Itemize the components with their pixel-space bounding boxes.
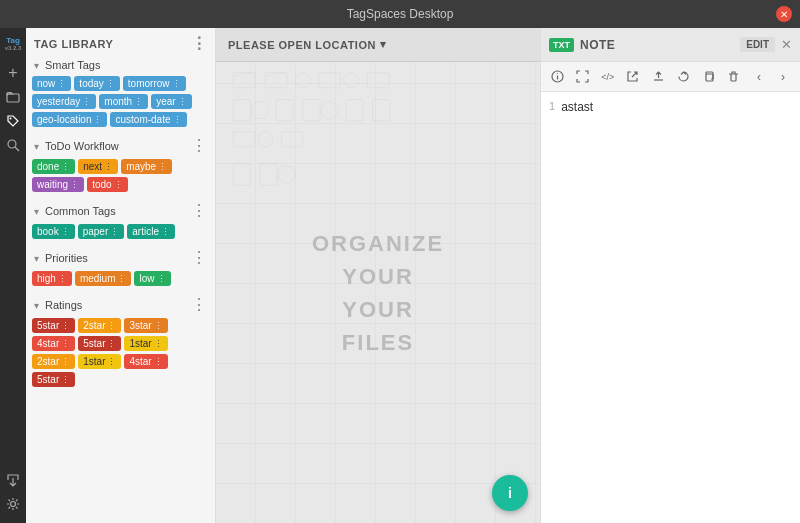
svg-rect-17 bbox=[373, 100, 390, 121]
tag-article[interactable]: article ⋮ bbox=[127, 224, 175, 239]
smart-tags-chevron: ▾ bbox=[34, 60, 39, 71]
todo-section: ▾ ToDo Workflow ⋮ done ⋮ next ⋮ maybe ⋮ … bbox=[26, 135, 215, 196]
tag-year[interactable]: year ⋮ bbox=[151, 94, 191, 109]
tag-todo[interactable]: todo ⋮ bbox=[87, 177, 127, 192]
todo-tags-container: done ⋮ next ⋮ maybe ⋮ waiting ⋮ todo ⋮ bbox=[26, 157, 215, 196]
txt-badge: TXT bbox=[549, 38, 574, 52]
fullscreen-button[interactable] bbox=[572, 66, 593, 88]
priorities-more-button[interactable]: ⋮ bbox=[191, 250, 207, 266]
settings-button[interactable] bbox=[2, 493, 24, 515]
tag-library-title: TAG LIBRARY bbox=[34, 38, 113, 50]
open-location-button[interactable]: PLEASE OPEN LOCATION ▾ bbox=[228, 38, 386, 51]
tag-next[interactable]: next ⋮ bbox=[78, 159, 118, 174]
priorities-tags-container: high ⋮ medium ⋮ low ⋮ bbox=[26, 269, 215, 290]
ratings-section: ▾ Ratings ⋮ 5star ⋮ 2star ⋮ 3star ⋮ 4sta… bbox=[26, 294, 215, 391]
tag-now[interactable]: now ⋮ bbox=[32, 76, 71, 91]
tag-waiting[interactable]: waiting ⋮ bbox=[32, 177, 84, 192]
tag-book[interactable]: book ⋮ bbox=[32, 224, 75, 239]
common-tags-more-button[interactable]: ⋮ bbox=[191, 203, 207, 219]
tag-month[interactable]: month ⋮ bbox=[99, 94, 148, 109]
copy-button[interactable] bbox=[698, 66, 719, 88]
note-panel: TXT NOTE EDIT ✕ </> bbox=[540, 28, 800, 523]
tag-library-more-button[interactable]: ⋮ bbox=[191, 36, 208, 52]
svg-point-19 bbox=[258, 132, 273, 147]
background-pattern: ORGANIZEYOURYOURFILES bbox=[216, 62, 540, 523]
smart-tags-header[interactable]: ▾ Smart Tags bbox=[26, 56, 215, 74]
reload-button[interactable] bbox=[673, 66, 694, 88]
info-button[interactable] bbox=[547, 66, 568, 88]
search-button[interactable] bbox=[2, 134, 24, 156]
tag-3star-1[interactable]: 3star ⋮ bbox=[124, 318, 167, 333]
tag-low[interactable]: low ⋮ bbox=[134, 271, 170, 286]
logo-button[interactable]: Tag v3.2.3 bbox=[2, 32, 24, 54]
tag-1star-2[interactable]: 1star ⋮ bbox=[78, 354, 121, 369]
icon-sidebar: Tag v3.2.3 + bbox=[0, 28, 26, 523]
svg-point-15 bbox=[321, 102, 338, 119]
priorities-header[interactable]: ▾ Priorities ⋮ bbox=[26, 247, 215, 269]
tag-custom-date[interactable]: custom-date ⋮ bbox=[110, 112, 186, 127]
tag-medium[interactable]: medium ⋮ bbox=[75, 271, 132, 286]
folder-button[interactable] bbox=[2, 86, 24, 108]
delete-button[interactable] bbox=[723, 66, 744, 88]
ratings-more-button[interactable]: ⋮ bbox=[191, 297, 207, 313]
nav-prev-button[interactable]: ‹ bbox=[748, 66, 770, 88]
tag-5star-3[interactable]: 5star ⋮ bbox=[32, 372, 75, 387]
svg-point-1 bbox=[10, 118, 12, 120]
tag-library-header: TAG LIBRARY ⋮ bbox=[26, 28, 215, 56]
svg-rect-11 bbox=[233, 100, 250, 121]
todo-more-button[interactable]: ⋮ bbox=[191, 138, 207, 154]
svg-point-4 bbox=[11, 502, 16, 507]
tag-4star-1[interactable]: 4star ⋮ bbox=[32, 336, 75, 351]
smart-tags-container: now ⋮ today ⋮ tomorrow ⋮ yesterday ⋮ mon… bbox=[26, 74, 215, 131]
note-toolbar: </> ‹ › bbox=[541, 62, 800, 92]
export-button[interactable] bbox=[2, 469, 24, 491]
tag-4star-2[interactable]: 4star ⋮ bbox=[124, 354, 167, 369]
common-tags-container: book ⋮ paper ⋮ article ⋮ bbox=[26, 222, 215, 243]
tag-2star-2[interactable]: 2star ⋮ bbox=[32, 354, 75, 369]
title-bar: TagSpaces Desktop ✕ bbox=[0, 0, 800, 28]
tag-button[interactable] bbox=[2, 110, 24, 132]
close-icon: ✕ bbox=[780, 9, 788, 20]
upload-button[interactable] bbox=[648, 66, 669, 88]
svg-point-12 bbox=[251, 102, 268, 119]
common-tags-chevron: ▾ bbox=[34, 206, 39, 217]
svg-line-3 bbox=[15, 147, 19, 151]
edit-button[interactable]: EDIT bbox=[740, 37, 775, 52]
svg-rect-0 bbox=[7, 94, 19, 102]
tag-done[interactable]: done ⋮ bbox=[32, 159, 75, 174]
common-tags-section: ▾ Common Tags ⋮ book ⋮ paper ⋮ article ⋮ bbox=[26, 200, 215, 243]
common-tags-header[interactable]: ▾ Common Tags ⋮ bbox=[26, 200, 215, 222]
app-title: TagSpaces Desktop bbox=[347, 7, 454, 21]
svg-rect-8 bbox=[319, 73, 340, 88]
tag-5star-1[interactable]: 5star ⋮ bbox=[32, 318, 75, 333]
external-link-button[interactable] bbox=[622, 66, 643, 88]
nav-next-button[interactable]: › bbox=[772, 66, 794, 88]
tag-tomorrow[interactable]: tomorrow ⋮ bbox=[123, 76, 186, 91]
add-button[interactable]: + bbox=[2, 62, 24, 84]
tag-maybe[interactable]: maybe ⋮ bbox=[121, 159, 172, 174]
note-content: 1 astast bbox=[541, 92, 800, 523]
tag-1star-1[interactable]: 1star ⋮ bbox=[124, 336, 167, 351]
priorities-title: Priorities bbox=[45, 252, 88, 264]
todo-chevron: ▾ bbox=[34, 141, 39, 152]
tag-paper[interactable]: paper ⋮ bbox=[78, 224, 125, 239]
svg-rect-14 bbox=[303, 100, 320, 121]
tag-5star-2[interactable]: 5star ⋮ bbox=[78, 336, 121, 351]
close-note-button[interactable]: ✕ bbox=[781, 37, 792, 52]
svg-point-9 bbox=[344, 73, 359, 88]
code-button[interactable]: </> bbox=[597, 66, 618, 88]
content-header: PLEASE OPEN LOCATION ▾ bbox=[216, 28, 540, 62]
note-title: NOTE bbox=[580, 38, 734, 52]
tag-high[interactable]: high ⋮ bbox=[32, 271, 72, 286]
close-button[interactable]: ✕ bbox=[776, 6, 792, 22]
svg-rect-6 bbox=[265, 73, 286, 88]
organize-text: ORGANIZEYOURYOURFILES bbox=[312, 227, 444, 359]
ratings-header[interactable]: ▾ Ratings ⋮ bbox=[26, 294, 215, 316]
tag-geo-location[interactable]: geo-location ⋮ bbox=[32, 112, 107, 127]
tag-2star-1[interactable]: 2star ⋮ bbox=[78, 318, 121, 333]
tag-today[interactable]: today ⋮ bbox=[74, 76, 119, 91]
todo-header[interactable]: ▾ ToDo Workflow ⋮ bbox=[26, 135, 215, 157]
common-tags-title: Common Tags bbox=[45, 205, 116, 217]
fab-button[interactable]: i bbox=[492, 475, 528, 511]
tag-yesterday[interactable]: yesterday ⋮ bbox=[32, 94, 96, 109]
